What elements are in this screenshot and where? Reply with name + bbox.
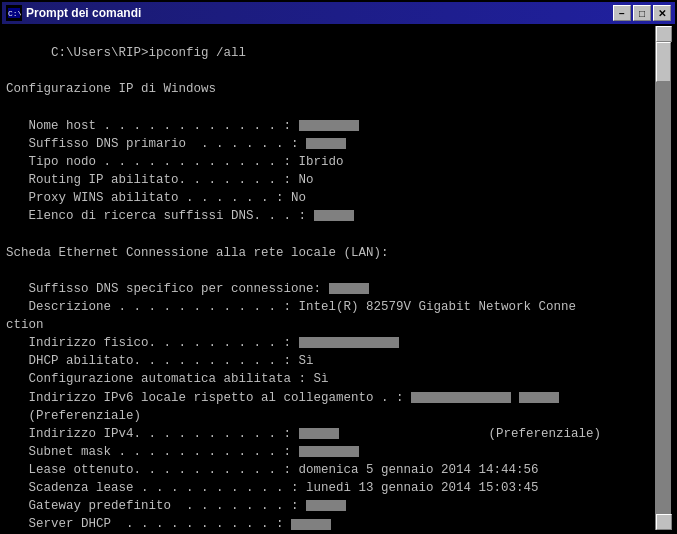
terminal-content: C:\Users\RIP>ipconfig /all Configurazion… [6, 26, 655, 530]
svg-text:C:\: C:\ [8, 9, 21, 18]
ipv4-value [299, 428, 339, 439]
terminal-icon: C:\ [6, 5, 22, 21]
prompt-line: C:\Users\RIP>ipconfig /all [51, 46, 246, 60]
blank-line [6, 64, 14, 78]
close-button[interactable]: ✕ [653, 5, 671, 21]
dns-suffix-value [306, 138, 346, 149]
minimize-button[interactable]: − [613, 5, 631, 21]
title-bar-left: C:\ Prompt dei comandi [6, 5, 141, 21]
tipo-nodo-line: Tipo nodo . . . . . . . . . . . . : Ibri… [6, 155, 344, 169]
title-bar: C:\ Prompt dei comandi − □ ✕ [2, 2, 675, 24]
subnet-line: Subnet mask . . . . . . . . . . . : [6, 445, 359, 459]
blank-line4 [6, 264, 14, 278]
scheda-eth-header: Scheda Ethernet Connessione alla rete lo… [6, 246, 389, 260]
hostname-value [299, 120, 359, 131]
ipv6-local-value [411, 392, 511, 403]
lease-ottenuto-line: Lease ottenuto. . . . . . . . . . : dome… [6, 463, 539, 477]
mac-value [299, 337, 399, 348]
preferenziale-line: (Preferenziale) [6, 409, 141, 423]
scrollbar[interactable]: ▲ ▼ [655, 26, 671, 530]
gateway-value [306, 500, 346, 511]
nome-host-line: Nome host . . . . . . . . . . . . : [6, 119, 359, 133]
ction-line: ction [6, 318, 44, 332]
maximize-button[interactable]: □ [633, 5, 651, 21]
routing-line: Routing IP abilitato. . . . . . . : No [6, 173, 314, 187]
window-title: Prompt dei comandi [26, 6, 141, 20]
gateway-line: Gateway predefinito . . . . . . . : [6, 499, 346, 513]
conn-suffix-value [329, 283, 369, 294]
title-buttons: − □ ✕ [613, 5, 671, 21]
scroll-track[interactable] [656, 42, 671, 514]
ipv6-locale-line: Indirizzo IPv6 locale rispetto al colleg… [6, 391, 559, 405]
blank-line2 [6, 101, 14, 115]
search-suffix-value [314, 210, 354, 221]
indirizzo-fisico-line: Indirizzo fisico. . . . . . . . . : [6, 336, 399, 350]
ipv6-local-value2 [519, 392, 559, 403]
dhcp-line: DHCP abilitato. . . . . . . . . . : Sì [6, 354, 314, 368]
blank-line3 [6, 227, 14, 241]
proxy-line: Proxy WINS abilitato . . . . . . : No [6, 191, 306, 205]
config-auto-line: Configurazione automatica abilitata : Sì [6, 372, 329, 386]
subnet-value [299, 446, 359, 457]
elenco-line: Elenco di ricerca suffissi DNS. . . : [6, 209, 354, 223]
suff-conn-line: Suffisso DNS specifico per connessione: [6, 282, 369, 296]
ipv4-line: Indirizzo IPv4. . . . . . . . . . : (Pre… [6, 427, 601, 441]
scroll-thumb[interactable] [656, 42, 671, 82]
dhcp-server-value [291, 519, 331, 530]
descrizione-line: Descrizione . . . . . . . . . . . : Inte… [6, 300, 576, 314]
scadenza-line: Scadenza lease . . . . . . . . . . : lun… [6, 481, 539, 495]
suffix-dns-line: Suffisso DNS primario . . . . . . : [6, 137, 346, 151]
scroll-up-button[interactable]: ▲ [656, 26, 672, 42]
terminal-area[interactable]: C:\Users\RIP>ipconfig /all Configurazion… [2, 24, 675, 532]
server-dhcp-line: Server DHCP . . . . . . . . . . : [6, 517, 331, 530]
config-header: Configurazione IP di Windows [6, 82, 216, 96]
cmd-window: C:\ Prompt dei comandi − □ ✕ C:\Users\RI… [0, 0, 677, 534]
scroll-down-button[interactable]: ▼ [656, 514, 672, 530]
